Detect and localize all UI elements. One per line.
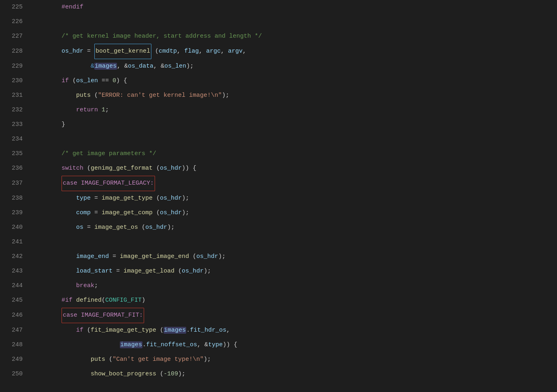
table-row: 232 return 1;: [3, 103, 557, 117]
table-row: 239 comp = image_get_comp (os_hdr);: [3, 206, 557, 220]
line-code: #if defined(CONFIG_FIT): [32, 293, 145, 308]
table-row: 249 puts ("Can't get image type!\n");: [3, 352, 557, 367]
code-token: [32, 312, 62, 319]
code-token: );: [167, 224, 174, 231]
code-token: ,: [242, 48, 246, 55]
code-token: [32, 92, 76, 99]
line-code: /* get kernel image header, start addres…: [32, 29, 262, 44]
code-token: "ERROR: can't get kernel image!\n": [98, 92, 222, 99]
code-token: [98, 107, 102, 113]
table-row: 248 images.fit_noffset_os, &type)) {: [3, 338, 557, 352]
line-code: }: [32, 117, 65, 132]
line-number: 232: [3, 103, 32, 117]
line-code: image_end = image_get_image_end (os_hdr)…: [32, 249, 225, 264]
line-number: 240: [3, 220, 32, 235]
code-token: images: [120, 341, 142, 348]
code-token: , &: [117, 63, 128, 70]
code-token: return: [76, 107, 98, 113]
code-token: (: [156, 327, 164, 334]
code-token: ==: [98, 77, 113, 84]
line-code: puts ("Can't get image type!\n");: [32, 352, 211, 367]
line-code: if (fit_image_get_type (images.fit_hdr_o…: [32, 323, 230, 338]
code-token: [32, 48, 62, 55]
line-number: 230: [3, 74, 32, 88]
code-token: [32, 253, 76, 260]
code-token: )) {: [182, 165, 196, 172]
table-row: 228 os_hdr = boot_get_kernel (cmdtp, fla…: [3, 44, 557, 59]
code-token: 1: [102, 107, 105, 113]
table-row: 241: [3, 235, 557, 249]
table-row: 246 case IMAGE_FORMAT_FIT:: [3, 308, 557, 323]
code-token: defined: [76, 297, 102, 304]
code-token: fit_noffset_os: [146, 341, 197, 348]
code-token: (: [153, 209, 160, 216]
code-token: image_end: [76, 253, 109, 260]
code-token: [32, 180, 62, 187]
code-token: #endif: [32, 4, 83, 11]
line-code: os_hdr = boot_get_kernel (cmdtp, flag, a…: [32, 44, 246, 59]
code-token: , &: [153, 63, 164, 70]
code-token: );: [182, 195, 189, 202]
code-token: , &: [197, 341, 208, 348]
line-code: comp = image_get_comp (os_hdr);: [32, 206, 189, 220]
code-token: =: [83, 224, 94, 231]
line-number: 244: [3, 279, 32, 293]
code-token: .: [142, 341, 146, 348]
code-token: (: [189, 253, 196, 260]
line-code: switch (genimg_get_format (os_hdr)) {: [32, 161, 196, 176]
line-code: load_start = image_get_load (os_hdr);: [32, 264, 211, 279]
line-code: [32, 15, 36, 29]
line-number: 233: [3, 117, 32, 132]
code-token: os_hdr: [182, 268, 204, 275]
code-token: (: [153, 165, 160, 172]
code-token: image_get_os: [94, 224, 138, 231]
code-token: (: [138, 224, 145, 231]
code-token: image_get_image_end: [120, 253, 189, 260]
code-token: [32, 371, 91, 377]
code-token: CONFIG_FIT: [105, 297, 142, 304]
line-number: 228: [3, 44, 32, 59]
code-token: (: [174, 268, 182, 275]
code-token: ,: [221, 48, 228, 55]
code-token: =: [83, 48, 94, 55]
line-number: 238: [3, 191, 32, 206]
code-token: );: [218, 253, 225, 260]
code-token: [32, 282, 76, 289]
code-token: puts: [76, 92, 91, 99]
code-token: type: [208, 341, 223, 348]
code-token: ,: [177, 48, 184, 55]
code-token: (: [69, 77, 76, 84]
line-number: 246: [3, 308, 32, 323]
code-token: ;: [94, 282, 98, 289]
code-token: "Can't get image type!\n": [113, 356, 204, 363]
code-token: os_hdr: [196, 253, 218, 260]
code-editor: 225 #endif226 227 /* get kernel image he…: [0, 0, 557, 392]
code-token: );: [222, 92, 229, 99]
code-token: (: [83, 327, 91, 334]
table-row: 244 break;: [3, 279, 557, 293]
code-token: os: [76, 224, 83, 231]
code-token: [32, 77, 62, 84]
code-token: argc: [206, 48, 221, 55]
case-statement-boxed: case IMAGE_FORMAT_FIT:: [62, 308, 144, 323]
table-row: 226: [3, 15, 557, 29]
code-token: images: [94, 63, 117, 70]
code-token: /* get kernel image header, start addres…: [62, 33, 262, 40]
code-token: /* get image parameters */: [62, 150, 156, 157]
code-token: [32, 107, 76, 113]
table-row: 236 switch (genimg_get_format (os_hdr)) …: [3, 161, 557, 176]
table-row: 247 if (fit_image_get_type (images.fit_h…: [3, 323, 557, 338]
code-token: fit_hdr_os: [190, 327, 226, 334]
code-token: (: [156, 371, 164, 377]
code-token: [72, 297, 76, 304]
line-code: if (os_len == 0) {: [32, 74, 127, 88]
line-number: 227: [3, 29, 32, 44]
line-number: 237: [3, 176, 32, 191]
code-token: )) {: [223, 341, 237, 348]
line-code: [32, 235, 36, 249]
table-row: 245 #if defined(CONFIG_FIT): [3, 293, 557, 308]
line-number: 247: [3, 323, 32, 338]
line-number: 241: [3, 235, 32, 249]
code-token: [32, 150, 62, 157]
line-number: 231: [3, 88, 32, 103]
